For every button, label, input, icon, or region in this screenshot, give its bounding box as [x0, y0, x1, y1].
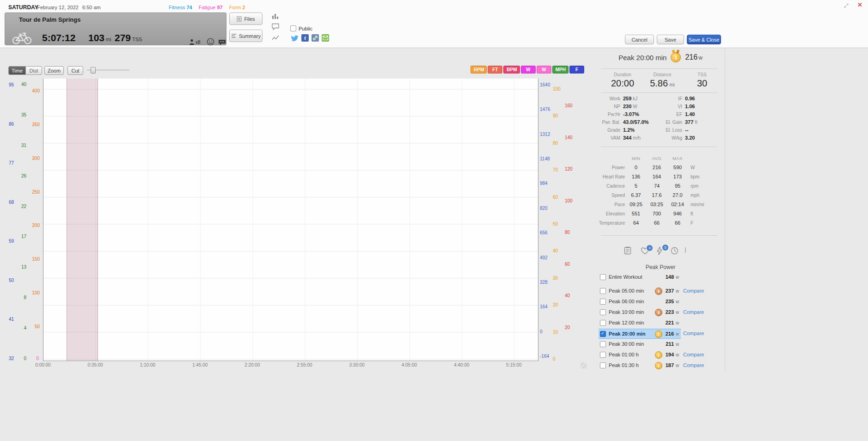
stat-value: 3.20 — [685, 135, 695, 141]
table-row-label: Speed — [596, 193, 625, 198]
temperature-axis-tick: 59 — [0, 239, 14, 244]
save-close-button[interactable]: Save & Close — [687, 35, 721, 44]
peak-row-checkbox[interactable] — [600, 299, 606, 305]
compare-link[interactable]: Compare — [683, 309, 704, 315]
peak-row[interactable]: Peak 01:00 h1194wCompare — [596, 350, 725, 361]
channel-button-w[interactable]: W — [537, 66, 551, 74]
channel-button-mph[interactable]: MPH — [552, 66, 568, 74]
cancel-button[interactable]: Cancel — [625, 35, 654, 44]
peak-row-main: Peak 20:00 min1216w — [599, 329, 681, 339]
channel-button-f[interactable]: F — [569, 66, 584, 74]
line-chart-icon[interactable] — [272, 35, 279, 41]
peak-row-checkbox[interactable] — [600, 352, 606, 358]
speed-axis-tick: 17 — [8, 234, 26, 239]
peak-selection-overlay[interactable] — [67, 79, 98, 361]
elevation-axis-tick: 1312 — [540, 132, 558, 137]
public-option: Public — [290, 25, 312, 31]
speed-axis-tick: 22 — [8, 204, 26, 209]
stat-label: VI — [661, 104, 682, 109]
cut-button[interactable]: Cut — [67, 66, 83, 75]
channel-button-w[interactable]: W — [521, 66, 536, 74]
peak-row-value: 221 — [661, 320, 674, 325]
peak-row[interactable]: Peak 30:00 min211w — [596, 339, 725, 350]
summary-button-label: Summary — [239, 33, 261, 39]
twitter-icon[interactable] — [290, 35, 299, 42]
workout-distance-unit: mi — [106, 37, 111, 42]
summary-button[interactable]: Summary — [229, 30, 263, 42]
zoom-button[interactable]: Zoom — [44, 66, 64, 75]
speech-bubble-icon[interactable] — [272, 23, 279, 30]
summary-distance: Distance5.86 mi — [642, 72, 683, 89]
save-button[interactable]: Save — [657, 35, 684, 44]
table-unit: ft — [691, 211, 693, 216]
peak-row-label: Peak 05:00 min — [609, 288, 644, 294]
table-cell: 173 — [667, 174, 688, 179]
peak-row-unit: w — [676, 275, 679, 280]
peak-row[interactable]: Peak 10:00 min3223wCompare — [596, 307, 725, 318]
facebook-icon[interactable]: f — [301, 34, 309, 42]
notes-icon[interactable] — [624, 246, 633, 256]
table-cell: 6.37 — [626, 192, 646, 198]
email-icon[interactable] — [322, 34, 329, 42]
stat-value: 377ft — [685, 119, 697, 125]
compare-link[interactable]: Compare — [683, 362, 704, 368]
peak-row-checkbox[interactable] — [600, 341, 606, 347]
peak-row-value: 211 — [661, 341, 674, 347]
workout-summary-card: Tour de Palm Springs 5:07:12 103mi 279TS… — [5, 12, 226, 45]
circle-icon[interactable] — [685, 247, 694, 257]
table-unit: bpm — [691, 174, 699, 179]
metric-label: Fitness — [169, 5, 185, 10]
stat-value: 1.40 — [685, 111, 695, 117]
close-icon[interactable]: ✕ — [857, 1, 862, 8]
peak-row-unit: w — [676, 310, 679, 315]
compare-link[interactable]: Compare — [683, 331, 704, 336]
stat-label: EF — [661, 112, 682, 117]
dist-toggle-label: Dist — [30, 68, 38, 74]
expand-icon[interactable]: ⤢ — [844, 2, 849, 9]
x-axis-label: 3:30:00 — [344, 362, 370, 368]
channel-button-ft[interactable]: FT — [488, 66, 502, 74]
time-toggle-button[interactable]: Time — [8, 66, 26, 75]
zoom-slider-handle[interactable] — [91, 67, 96, 74]
metric-label: Form — [229, 5, 241, 10]
peak-row[interactable]: Entire Workout148w — [596, 272, 725, 283]
peak-row-checkbox[interactable] — [600, 309, 606, 315]
comments-icon[interactable] — [218, 39, 226, 46]
hr-axis-tick: 60 — [565, 262, 583, 267]
compare-link[interactable]: Compare — [683, 352, 704, 357]
peak-row-checkbox[interactable] — [600, 288, 606, 294]
stat-label: IF — [661, 96, 682, 101]
link-icon[interactable] — [312, 34, 319, 42]
peak-row[interactable]: Peak 05:00 min3237wCompare — [596, 286, 725, 297]
peak-row-unit: w — [676, 288, 679, 294]
peak-row[interactable]: Peak 12:00 min221w — [596, 318, 725, 329]
channel-button-rpm[interactable]: RPM — [471, 66, 487, 74]
resize-grip[interactable] — [581, 362, 587, 368]
files-button[interactable]: Files — [229, 12, 263, 25]
peak-row-label: Peak 01:00 h — [609, 352, 639, 357]
x-axis-label: 2:55:00 — [292, 362, 318, 368]
peak-row[interactable]: Peak 20:00 min1216wCompare — [596, 329, 725, 339]
peak-row-checkbox[interactable] — [600, 362, 606, 368]
cancel-button-label: Cancel — [631, 37, 647, 43]
stat-label: Pw:Hr — [597, 112, 620, 117]
stat-label: W/kg — [661, 135, 682, 141]
peak-row-checkbox[interactable] — [600, 274, 606, 280]
peak-row[interactable]: Peak 01:30 h1187wCompare — [596, 361, 725, 371]
cadence-axis-tick: 70 — [553, 167, 571, 172]
peak-sidebar: Peak 20:00 min 1 216w Duration20:00Dista… — [596, 48, 725, 372]
clock-icon[interactable] — [671, 247, 680, 256]
lightning-icon[interactable]: 5 — [656, 246, 666, 256]
peak-row-checkbox[interactable] — [600, 320, 606, 326]
heart-icon[interactable]: 3 — [641, 247, 650, 256]
public-checkbox[interactable] — [290, 25, 296, 31]
bar-chart-icon[interactable] — [272, 13, 279, 19]
compare-link[interactable]: Compare — [683, 288, 704, 294]
smiley-icon[interactable] — [207, 38, 214, 46]
workout-graph[interactable] — [43, 79, 538, 361]
peak-row-checkbox[interactable] — [600, 331, 606, 337]
dist-toggle-button[interactable]: Dist — [25, 66, 42, 75]
peak-row[interactable]: Peak 06:00 min235w — [596, 297, 725, 307]
cut-button-label: Cut — [71, 68, 79, 74]
channel-button-bpm[interactable]: BPM — [503, 66, 520, 74]
